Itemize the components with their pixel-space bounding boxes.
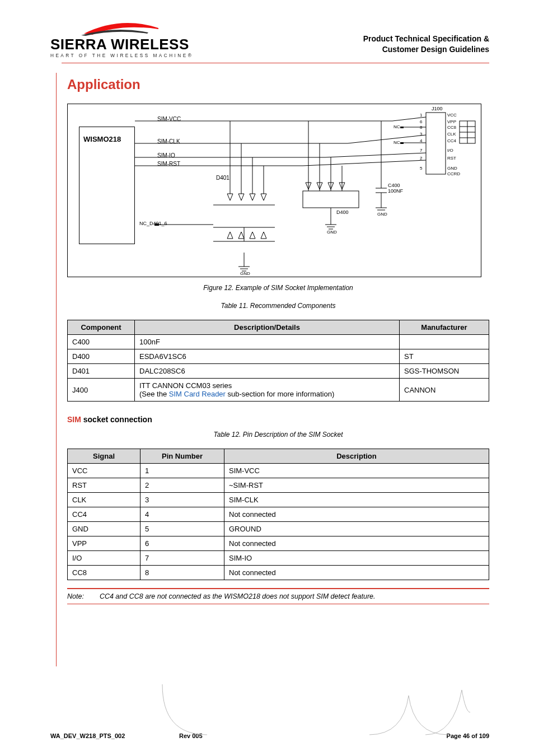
pname-vcc: VCC — [447, 113, 457, 118]
note-rule-top — [67, 588, 489, 589]
label-nc-1: NC — [394, 124, 400, 129]
cell-comp: J400 — [68, 379, 135, 402]
cell: Not connected — [224, 566, 489, 580]
cell-desc: DALC208SC6 — [135, 364, 400, 379]
cell: GROUND — [224, 522, 489, 536]
cell: 7 — [140, 551, 224, 566]
svg-line-40 — [348, 135, 426, 143]
table-row: CC88Not connected — [68, 566, 489, 580]
cell: 5 — [140, 522, 224, 536]
cell: ~SIM-RST — [224, 478, 489, 493]
label-c400v: 100NF — [388, 188, 403, 194]
table-row: J400 ITT CANNON CCM03 series (See the SI… — [68, 379, 489, 402]
label-c400: C400 — [388, 183, 400, 188]
footer-page: Page 46 of 109 — [447, 732, 489, 739]
table-row: GND5GROUND — [68, 522, 489, 536]
j400-line1: ITT CANNON CCM03 series — [139, 381, 232, 390]
doc-title-line1: Product Technical Specification & — [363, 34, 489, 44]
cell: GND — [68, 522, 140, 536]
label-sim-clk: SIM-CLK — [157, 138, 180, 144]
svg-rect-45 — [400, 142, 404, 144]
cell: VCC — [68, 464, 140, 478]
sidebar-rule — [56, 73, 57, 666]
pname-io: I/O — [447, 148, 453, 153]
cell-comp: D400 — [68, 349, 135, 364]
label-d400: D400 — [336, 209, 349, 215]
cell-manu: CANNON — [400, 379, 489, 402]
cell: Not connected — [224, 536, 489, 551]
subhead-rest: socket connection — [81, 415, 152, 424]
note-block: Note: CC4 and CC8 are not connected as t… — [67, 588, 489, 604]
cell-manu — [400, 335, 489, 349]
svg-rect-33 — [426, 113, 446, 174]
schematic-figure: WISMO218 — [67, 104, 481, 277]
label-gnd-1: GND — [240, 271, 250, 276]
cell: RST — [68, 478, 140, 493]
cell: I/O — [68, 551, 140, 566]
th-details: Description/Details — [135, 320, 400, 335]
cell: 2 — [140, 478, 224, 493]
label-d401: D401 — [216, 175, 229, 181]
pin-6: 6 — [420, 119, 422, 124]
table12-caption: Table 12. Pin Description of the SIM Soc… — [67, 431, 489, 438]
subhead-red: SIM — [67, 415, 81, 424]
svg-line-41 — [325, 153, 426, 157]
footer-rev: Rev 005 — [179, 732, 203, 739]
page-footer: WA_DEV_W218_PTS_002 Rev 005 Page 46 of 1… — [50, 732, 489, 739]
cell: CLK — [68, 493, 140, 507]
pin-5: 5 — [420, 166, 422, 171]
page-header: SIERRA WIRELESS HEART OF THE WIRELESS MA… — [50, 22, 489, 58]
document-title: Product Technical Specification & Custom… — [363, 22, 489, 55]
table-row: C400 100nF — [68, 335, 489, 349]
cell: Not connected — [224, 507, 489, 522]
pname-ccrd: CCRD — [447, 171, 460, 176]
j400-post: sub-section for more information) — [226, 390, 334, 398]
logo-swoosh-icon — [81, 22, 160, 36]
pin-7: 7 — [420, 148, 422, 153]
label-gnd-3: GND — [377, 212, 387, 217]
cell: CC4 — [68, 507, 140, 522]
label-nc-d401: NC_D401_6 — [139, 221, 167, 226]
cell: CC8 — [68, 566, 140, 580]
table-row: CC44Not connected — [68, 507, 489, 522]
cell: 6 — [140, 536, 224, 551]
svg-rect-43 — [400, 127, 404, 128]
th-component: Component — [68, 320, 135, 335]
cell-manu: ST — [400, 349, 489, 364]
cell: 4 — [140, 507, 224, 522]
cell-manu: SGS-THOMSON — [400, 364, 489, 379]
section-heading: Application — [67, 77, 489, 92]
note-text: CC4 and CC8 are not connected as the WIS… — [100, 592, 376, 600]
cell: 8 — [140, 566, 224, 580]
schematic-svg — [68, 104, 481, 277]
components-table: Component Description/Details Manufactur… — [67, 320, 489, 402]
table-row: D401 DALC208SC6 SGS-THOMSON — [68, 364, 489, 379]
label-j100: J100 — [432, 106, 443, 111]
cell-comp: D401 — [68, 364, 135, 379]
table11-caption: Table 11. Recommended Components — [67, 302, 489, 310]
label-sim-rst: SIM-RST — [157, 161, 180, 167]
cell: SIM-VCC — [224, 464, 489, 478]
label-nc-2: NC — [394, 140, 400, 145]
svg-rect-18 — [303, 191, 359, 208]
brand-top: SIERRA — [50, 36, 106, 53]
cell-desc: ESDA6V1SC6 — [135, 349, 400, 364]
brand-name: SIERRA WIRELESS — [50, 37, 224, 52]
header-divider — [62, 63, 489, 63]
cell: 1 — [140, 464, 224, 478]
table-row: CLK3SIM-CLK — [68, 493, 489, 507]
svg-line-42 — [303, 160, 426, 166]
th-pin: Pin Number — [140, 449, 224, 464]
pin-8: 8 — [420, 125, 422, 130]
pin-3: 3 — [420, 132, 422, 137]
cell: 3 — [140, 493, 224, 507]
sim-card-reader-link[interactable]: SIM Card Reader — [169, 390, 226, 398]
figure-caption: Figure 12. Example of SIM Socket Impleme… — [67, 284, 489, 292]
th-desc: Description — [224, 449, 489, 464]
sim-socket-subhead: SIM socket connection — [67, 415, 489, 424]
note-rule-bottom — [67, 604, 489, 604]
cell: SIM-CLK — [224, 493, 489, 507]
pin-4: 4 — [420, 138, 422, 143]
footer-docid: WA_DEV_W218_PTS_002 — [50, 732, 125, 739]
table-row: VPP6Not connected — [68, 536, 489, 551]
